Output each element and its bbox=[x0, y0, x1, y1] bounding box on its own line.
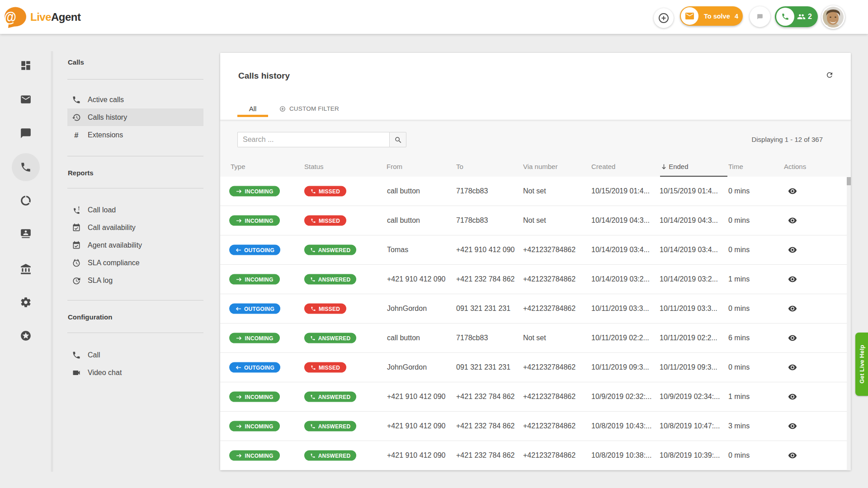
svg-text:@: @ bbox=[5, 8, 16, 25]
svg-text:#: # bbox=[74, 131, 78, 140]
